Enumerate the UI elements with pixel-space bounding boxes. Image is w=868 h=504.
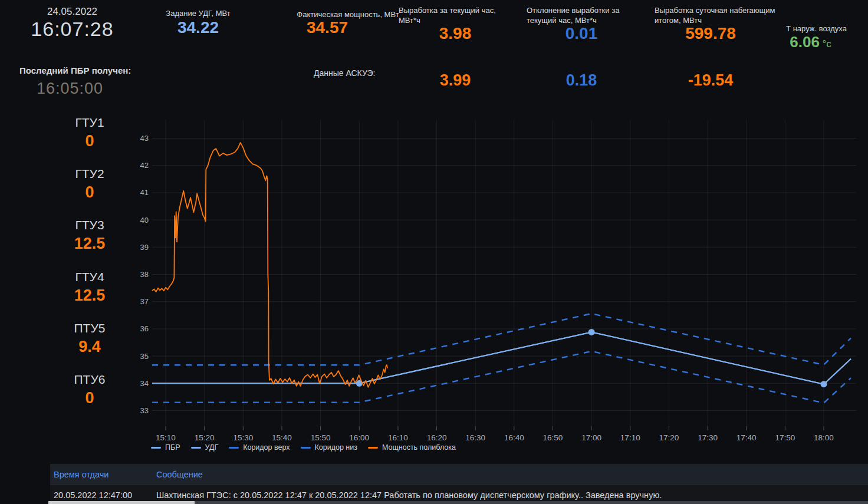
y-axis-tick-label: 38 (140, 270, 149, 279)
unit-value: 0 (54, 183, 125, 202)
messages-table: Время отдачи Сообщение 20.05.2022 12:47:… (50, 464, 868, 504)
stat-udg-setpoint-label: Задание УДГ, МВт (151, 8, 245, 18)
y-axis-tick-label: 42 (140, 161, 149, 170)
legend-label: Коридор низ (315, 443, 357, 452)
legend-item-УДГ[interactable]: УДГ (191, 443, 219, 452)
legend-label: Мощность полиблока (382, 443, 456, 452)
current-time: 16:07:28 (12, 18, 133, 41)
legend-label: Коридор верх (243, 443, 290, 452)
message-text-cell: Шахтинская ГТЭС: с 20.05.2022 12:47 к 20… (152, 490, 868, 500)
stat-actual-power-value: 34.57 (248, 18, 407, 37)
unit-value: 0 (54, 389, 125, 407)
legend-label: УДГ (205, 443, 219, 452)
x-axis-tick-label: 16:10 (388, 433, 408, 442)
y-axis-tick-label: 34 (140, 379, 149, 388)
column-header-time[interactable]: Время отдачи (50, 470, 152, 479)
stat-deviation-value: 0.01 (522, 24, 640, 43)
x-axis-tick-label: 15:40 (272, 433, 292, 442)
x-axis-tick-label: 17:00 (581, 433, 601, 442)
unit-name: ПТУ6 (54, 373, 125, 387)
legend-item-Коридор верх[interactable]: Коридор верх (229, 443, 290, 452)
x-axis-tick-label: 15:10 (156, 433, 176, 442)
x-axis-tick-label: 16:50 (543, 433, 563, 442)
x-axis-tick-label: 17:40 (737, 433, 757, 442)
x-axis-tick-label: 18:00 (814, 433, 834, 442)
last-pbr-time: 16:05:00 (37, 80, 103, 98)
unit-value: 0 (54, 132, 125, 150)
legend-label: ПБР (165, 443, 180, 452)
y-axis-tick-label: 35 (140, 352, 149, 361)
y-axis-tick-label: 40 (140, 216, 149, 225)
horizontal-scrollbar-track[interactable] (195, 501, 868, 504)
y-axis-tick-label: 43 (140, 134, 149, 143)
chart-legend: ПБРУДГКоридор верхКоридор низМощность по… (151, 443, 456, 452)
legend-item-Коридор низ[interactable]: Коридор низ (301, 443, 357, 452)
unit-value: 12.5 (54, 235, 125, 253)
x-axis-tick-label: 16:40 (504, 433, 524, 442)
temp-unit: °c (822, 38, 831, 50)
unit-stat-gtu3: ГТУ3 12.5 (54, 218, 125, 253)
unit-stat-ptu5: ПТУ5 9.4 (54, 321, 125, 356)
x-axis-tick-label: 15:50 (311, 433, 331, 442)
legend-item-Мощность полиблока[interactable]: Мощность полиблока (368, 443, 456, 452)
stat-outdoor-temp-label: Т наруж. воздуха (780, 24, 853, 34)
stat-hour-output-value: 3.98 (396, 24, 514, 43)
x-axis-tick-label: 17:50 (775, 433, 795, 442)
legend-swatch-icon (229, 447, 239, 449)
power-plan-chart: 333435363738394041424315:1015:2015:3015:… (136, 115, 868, 457)
legend-swatch-icon (151, 447, 161, 449)
legend-swatch-icon (368, 447, 378, 449)
y-axis-tick-label: 37 (140, 297, 149, 306)
x-axis-tick-label: 17:20 (659, 433, 679, 442)
unit-name: ГТУ4 (54, 270, 125, 284)
series-Мощность полиблока (152, 143, 387, 387)
askue-hour-output: 3.99 (396, 71, 514, 90)
series-point-marker (820, 381, 827, 387)
horizontal-scrollbar-thumb[interactable] (48, 501, 195, 504)
unit-stat-gtu1: ГТУ1 0 (54, 116, 125, 150)
y-axis-tick-label: 41 (140, 188, 149, 197)
x-axis-tick-label: 17:10 (620, 433, 640, 442)
x-axis-tick-label: 16:20 (427, 433, 447, 442)
stat-daily-output-label: Выработка суточная набегающим итогом, МВ… (655, 5, 796, 25)
series-point-marker (588, 329, 595, 335)
message-time-cell: 20.05.2022 12:47:00 (50, 490, 152, 500)
askue-deviation: 0.18 (522, 71, 640, 90)
stat-hour-output-label: Выработка за текущий час, МВт*ч (399, 5, 520, 25)
x-axis-tick-label: 17:30 (698, 433, 718, 442)
askue-daily-output: -19.54 (652, 71, 770, 90)
legend-item-ПБР[interactable]: ПБР (151, 443, 180, 452)
stat-deviation-label: Отклонение выработки за текущий час, МВт… (527, 5, 645, 25)
unit-stat-gtu2: ГТУ2 0 (54, 167, 125, 202)
x-axis-tick-label: 15:20 (195, 433, 215, 442)
y-axis-tick-label: 39 (140, 243, 149, 252)
unit-value: 9.4 (54, 338, 125, 356)
legend-swatch-icon (301, 447, 311, 449)
dashboard: { "header": { "date": "24.05.2022", "tim… (0, 0, 868, 504)
unit-name: ГТУ3 (54, 218, 125, 232)
unit-name: ГТУ1 (54, 116, 125, 130)
stat-outdoor-temp-value: 6.06 °c (774, 33, 847, 51)
temp-number: 6.06 (790, 33, 820, 51)
x-axis-tick-label: 15:30 (233, 433, 253, 442)
legend-swatch-icon (191, 447, 201, 449)
unit-value: 12.5 (54, 286, 125, 305)
last-pbr-label: Последний ПБР получен: (19, 65, 131, 75)
unit-stat-gtu4: ГТУ4 12.5 (54, 270, 125, 305)
unit-name: ГТУ2 (54, 167, 125, 181)
stat-udg-setpoint-value: 34.22 (151, 18, 245, 37)
x-axis-tick-label: 16:30 (465, 433, 485, 442)
stat-daily-output-value: 599.78 (652, 24, 770, 43)
x-axis-tick-label: 16:00 (349, 433, 369, 442)
y-axis-tick-label: 33 (140, 406, 149, 415)
current-date: 24.05.2022 (24, 6, 121, 18)
table-header-row: Время отдачи Сообщение (50, 464, 868, 485)
unit-name: ПТУ5 (54, 321, 125, 335)
column-header-message[interactable]: Сообщение (152, 470, 868, 479)
y-axis-tick-label: 36 (140, 324, 149, 333)
askue-label: Данные АСКУЭ: (314, 68, 375, 78)
unit-stat-ptu6: ПТУ6 0 (54, 373, 125, 407)
